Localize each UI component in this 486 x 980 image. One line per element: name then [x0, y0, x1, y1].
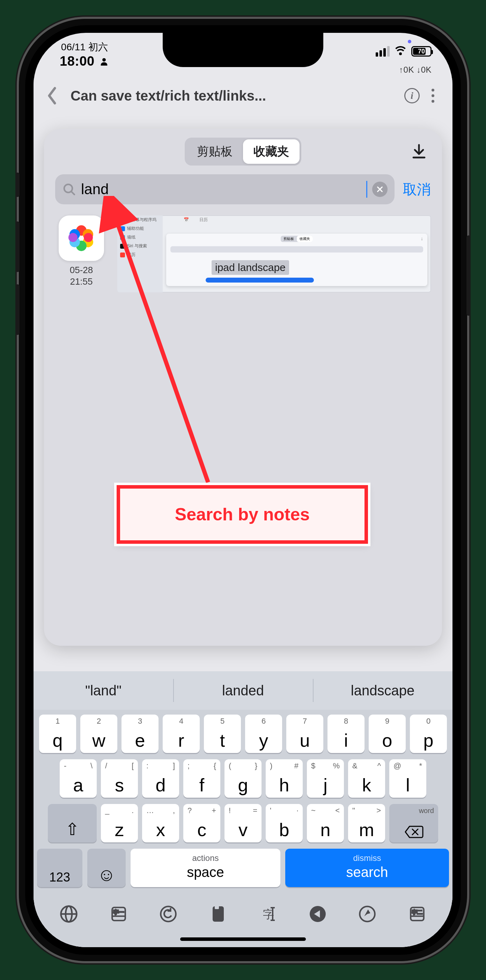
key-g[interactable]: (}g: [224, 759, 262, 798]
svg-text:字一: 字一: [113, 910, 124, 915]
key-w[interactable]: 2w: [80, 714, 117, 753]
delete-key[interactable]: word: [389, 804, 438, 842]
wifi-icon: [394, 46, 407, 57]
key-r[interactable]: 4r: [163, 714, 200, 753]
search-input[interactable]: [81, 181, 361, 198]
network-stats: ↑0K ↓0K: [399, 65, 432, 75]
clear-button[interactable]: [372, 181, 388, 197]
result-preview[interactable]: 主屏幕与程序坞 辅助功能 墙纸 Siri 与搜索 日历 📅日历 剪贴板收藏夹 ↓…: [117, 215, 431, 292]
search-key[interactable]: dismiss search: [285, 849, 449, 887]
key-p[interactable]: 0p: [410, 714, 447, 753]
back-button[interactable]: [43, 84, 62, 107]
tab-favorites[interactable]: 收藏夹: [243, 139, 300, 164]
status-time: 18:00: [60, 54, 95, 69]
nav-bar: Can save text/rich text/links... i: [33, 78, 453, 113]
globe-icon[interactable]: [57, 902, 81, 926]
shift-key[interactable]: ⇧: [48, 804, 97, 842]
key-i[interactable]: 8i: [327, 714, 364, 753]
key-q[interactable]: 1q: [39, 714, 76, 753]
svg-text:字二: 字二: [412, 910, 422, 915]
key-y[interactable]: 6y: [245, 714, 282, 753]
settings-icon[interactable]: [355, 902, 380, 926]
sticker2-icon[interactable]: 字二: [405, 902, 429, 926]
result-time: 21:55: [70, 276, 93, 288]
key-v[interactable]: !=v: [224, 804, 262, 842]
numbers-key[interactable]: 123: [37, 849, 83, 887]
key-s[interactable]: /[s: [101, 759, 138, 798]
key-a[interactable]: -\a: [60, 759, 97, 798]
annotation-callout: Search by notes: [117, 485, 368, 544]
key-b[interactable]: '·b: [266, 804, 303, 842]
text-cursor-icon[interactable]: 字: [256, 902, 280, 926]
home-indicator: [180, 937, 306, 941]
result-item[interactable]: 05-28 21:55: [55, 215, 108, 287]
key-c[interactable]: ?+c: [183, 804, 220, 842]
key-j[interactable]: $%j: [307, 759, 344, 798]
suggestion-3[interactable]: landscape: [313, 671, 453, 710]
play-left-icon[interactable]: [305, 902, 330, 926]
picker-sheet: 剪贴板 收藏夹 取消: [44, 129, 442, 646]
emoji-key[interactable]: ☺: [87, 849, 126, 887]
cancel-button[interactable]: 取消: [403, 180, 431, 199]
cellular-icon: [376, 46, 390, 57]
key-u[interactable]: 7u: [286, 714, 323, 753]
keyboard: "land" landed landscape 1q2w3e4r5t6y7u8i…: [33, 671, 453, 947]
key-m[interactable]: ">m: [348, 804, 385, 842]
key-h[interactable]: )#h: [266, 759, 303, 798]
space-key[interactable]: actions space: [130, 849, 280, 887]
svg-point-15: [161, 906, 176, 921]
clipboard-icon[interactable]: [206, 902, 230, 926]
key-t[interactable]: 5t: [204, 714, 241, 753]
battery-icon: 70: [411, 46, 432, 57]
match-highlight: ipad landscape: [211, 260, 289, 275]
suggestion-bar: "land" landed landscape: [33, 671, 453, 710]
text-caret: [366, 181, 367, 198]
key-z[interactable]: _.z: [101, 804, 138, 842]
result-date: 05-28: [70, 264, 93, 276]
page-title: Can save text/rich text/links...: [62, 88, 402, 104]
search-field[interactable]: [55, 174, 394, 204]
key-k[interactable]: &^k: [348, 759, 385, 798]
info-button[interactable]: i: [402, 85, 422, 106]
status-date: 06/11 初六: [60, 40, 109, 54]
suggestion-2[interactable]: landed: [173, 671, 313, 710]
key-x[interactable]: …,x: [142, 804, 179, 842]
key-o[interactable]: 9o: [369, 714, 406, 753]
tab-clipboard[interactable]: 剪贴板: [186, 139, 243, 164]
shift-icon: ⇧: [65, 819, 79, 839]
search-icon: [62, 182, 76, 196]
device-notch: [163, 33, 323, 67]
key-d[interactable]: :]d: [142, 759, 179, 798]
segmented-control: 剪贴板 收藏夹: [185, 138, 301, 165]
suggestion-1[interactable]: "land": [33, 671, 173, 710]
key-l[interactable]: @*l: [389, 759, 426, 798]
key-n[interactable]: ~<n: [307, 804, 344, 842]
key-f[interactable]: ;{f: [183, 759, 220, 798]
recording-indicator-icon: [408, 40, 411, 43]
backspace-icon: [404, 825, 424, 839]
key-e[interactable]: 3e: [122, 714, 159, 753]
profile-icon: [99, 57, 109, 66]
photos-app-icon: [59, 215, 104, 261]
undo-icon[interactable]: [156, 902, 181, 926]
match-underline: [206, 278, 314, 283]
more-button[interactable]: [422, 85, 443, 106]
svg-line-4: [71, 192, 75, 194]
svg-rect-17: [215, 905, 219, 909]
import-button[interactable]: [411, 143, 427, 160]
sticker-icon[interactable]: 字一: [106, 902, 131, 926]
svg-point-0: [103, 58, 106, 62]
